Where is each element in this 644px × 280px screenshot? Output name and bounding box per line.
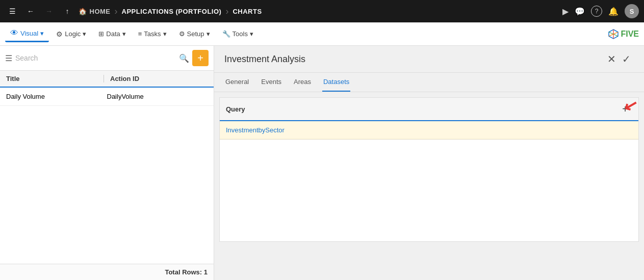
play-icon[interactable]: ▶ [562, 7, 569, 16]
col-header-title: Title [6, 75, 104, 82]
tabs-bar: General Events Areas Datasets [214, 73, 644, 92]
toolbar-tasks[interactable]: ≡ Tasks ▾ [133, 27, 172, 41]
tasks-icon: ≡ [138, 30, 142, 38]
applications-nav-item[interactable]: APPLICATIONS (PORTFOLIO) [122, 8, 222, 15]
add-dataset-button[interactable]: + [618, 102, 632, 116]
back-icon[interactable]: ← [23, 4, 38, 18]
table-body: Daily Volume DailyVolume [0, 88, 214, 264]
col-header-action-id: Action ID [104, 75, 208, 82]
menu-icon[interactable]: ☰ [5, 4, 19, 18]
dataset-table: Query + ↙ InvestmentbySector [219, 97, 639, 242]
panel-confirm-button[interactable]: ✓ [619, 51, 634, 67]
tab-datasets[interactable]: Datasets [322, 73, 350, 92]
search-button[interactable]: 🔍 [179, 53, 189, 63]
data-icon: ⊞ [98, 30, 104, 38]
charts-nav-item[interactable]: CHARTS [233, 8, 262, 15]
left-panel: ☰ 🔍 + Title Action ID Daily Volume Daily… [0, 46, 214, 280]
tasks-dropdown-icon: ▾ [163, 30, 167, 38]
visual-icon: 👁 [10, 29, 18, 38]
top-nav: ☰ ← → ↑ 🏠 HOME › APPLICATIONS (PORTFOLIO… [0, 0, 644, 22]
add-plus-container: + ↙ [618, 102, 632, 116]
breadcrumb-sep-2: › [225, 6, 228, 17]
dataset-table-header: Query + ↙ [220, 98, 638, 121]
tab-general[interactable]: General [224, 73, 250, 92]
breadcrumb-sep-1: › [115, 6, 118, 17]
toolbar-setup[interactable]: ⚙ Setup ▾ [174, 27, 215, 41]
setup-dropdown-icon: ▾ [207, 30, 210, 38]
visual-dropdown-icon: ▾ [40, 30, 44, 37]
right-panel: Investment Analysis ✕ ✓ General Events A… [214, 46, 644, 280]
toolbar-tools[interactable]: 🔧 Tools ▾ [217, 27, 259, 41]
table-footer: Total Rows: 1 [0, 264, 214, 280]
chat-icon[interactable]: 💬 [575, 7, 585, 16]
toolbar-logic[interactable]: ⚙ Logic ▾ [51, 27, 91, 41]
dataset-empty-area [220, 139, 638, 241]
search-input[interactable] [15, 54, 176, 62]
panel-header: Investment Analysis ✕ ✓ [214, 46, 644, 73]
toolbar-data[interactable]: ⊞ Data ▾ [93, 27, 131, 41]
five-logo-container: FIVE [608, 29, 639, 40]
query-label: Query [226, 105, 618, 113]
setup-icon: ⚙ [179, 30, 185, 38]
five-logo: FIVE [608, 29, 639, 40]
tab-areas[interactable]: Areas [293, 73, 312, 92]
toolbar: 👁 Visual ▾ ⚙ Logic ▾ ⊞ Data ▾ ≡ Tasks ▾ … [0, 22, 644, 46]
bell-icon[interactable]: 🔔 [608, 7, 619, 16]
toolbar-visual[interactable]: 👁 Visual ▾ [5, 25, 49, 42]
tab-events[interactable]: Events [260, 73, 282, 92]
avatar[interactable]: S [625, 4, 639, 18]
main-area: ☰ 🔍 + Title Action ID Daily Volume Daily… [0, 46, 644, 280]
table-row[interactable]: Daily Volume DailyVolume [0, 88, 214, 106]
search-bar: ☰ 🔍 + [0, 46, 214, 71]
table-header: Title Action ID [0, 71, 214, 88]
five-logo-text: FIVE [621, 30, 639, 39]
panel-close-button[interactable]: ✕ [604, 51, 619, 67]
forward-icon[interactable]: → [42, 4, 56, 18]
row-action-id: DailyVolume [107, 93, 208, 100]
row-title: Daily Volume [6, 93, 107, 100]
help-icon[interactable]: ? [591, 6, 602, 17]
up-icon[interactable]: ↑ [60, 4, 74, 18]
home-nav-item[interactable]: 🏠 HOME [79, 8, 111, 15]
tools-dropdown-icon: ▾ [250, 30, 253, 38]
five-logo-icon [608, 29, 619, 40]
dataset-content: Query + ↙ InvestmentbySector [214, 92, 644, 280]
dataset-row[interactable]: InvestmentbySector [220, 121, 638, 139]
filter-icon[interactable]: ☰ [5, 53, 12, 63]
tools-icon: 🔧 [222, 30, 230, 38]
add-button[interactable]: + [192, 50, 209, 66]
home-icon: 🏠 [79, 8, 87, 15]
data-dropdown-icon: ▾ [122, 30, 126, 38]
logic-icon: ⚙ [56, 30, 63, 38]
panel-title: Investment Analysis [224, 54, 604, 65]
dataset-row-value: InvestmentbySector [226, 126, 285, 134]
top-nav-right: ▶ 💬 ? 🔔 S [562, 4, 639, 18]
logic-dropdown-icon: ▾ [83, 30, 86, 38]
